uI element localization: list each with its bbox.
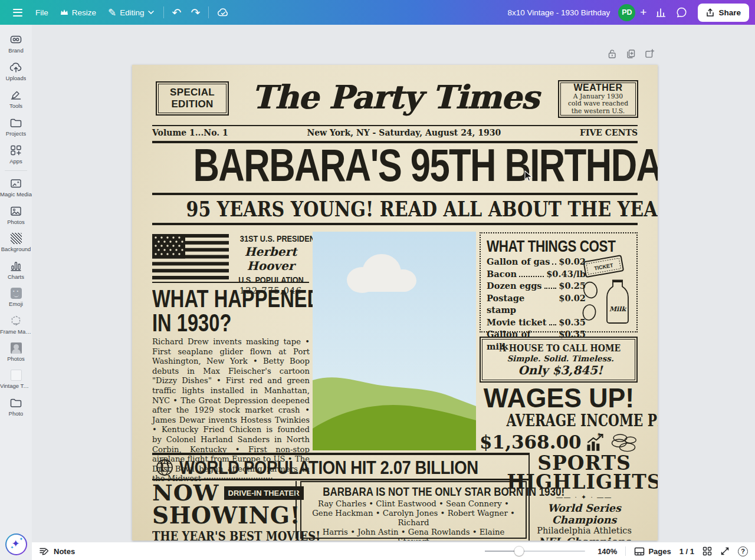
svg-text:Milk: Milk: [609, 305, 627, 313]
sidebar-item-charts[interactable]: Charts: [0, 256, 32, 284]
file-menu-button[interactable]: File: [29, 5, 54, 21]
sidebar-item-uploads[interactable]: Uploads: [0, 57, 32, 85]
weather-line: the western U.S.: [572, 108, 625, 116]
add-page-button[interactable]: [644, 48, 655, 61]
rule: [152, 282, 309, 283]
wages-title[interactable]: WAGES UP!: [480, 384, 638, 411]
fullscreen-button[interactable]: [720, 546, 730, 556]
sidebar-item-label: Charts: [8, 274, 24, 280]
sidebar-item-magic-media[interactable]: Magic Media: [0, 173, 32, 201]
editing-label: Editing: [120, 8, 144, 17]
sidebar-item-label: Apps: [9, 158, 22, 164]
redo-button[interactable]: ↷: [186, 4, 205, 21]
sidebar-item-photos-app[interactable]: Photos: [0, 338, 32, 365]
statusbar-divider: [625, 546, 626, 556]
resize-button[interactable]: Resize: [54, 5, 102, 21]
zoom-level[interactable]: 140%: [593, 547, 617, 556]
insights-button[interactable]: [651, 5, 671, 20]
pen-icon: [9, 89, 22, 101]
rule: [152, 193, 638, 195]
help-button[interactable]: ?: [738, 546, 748, 556]
sidebar-item-frame-maker[interactable]: Frame Maker: [0, 311, 32, 338]
save-status-button[interactable]: [212, 4, 234, 21]
toolbar-separator: [208, 6, 209, 18]
sidebar-item-label: Projects: [6, 130, 26, 137]
sports-highlights-block[interactable]: SPORTS HIGHLIGHTS —— · ✦ · —— World Seri…: [531, 454, 638, 541]
left-sidebar: Brand Uploads Tools Projects Apps: [0, 25, 32, 560]
what-happened-line2: IN 1930?: [152, 310, 231, 335]
undo-icon: ↶: [172, 7, 182, 18]
wages-subtitle[interactable]: AVERAGE INCOME PER YEAR: [480, 413, 638, 429]
world-population-banner[interactable]: WORLD POPULATION HIT 2.07 BILLION: [152, 456, 530, 479]
subheadline[interactable]: 95 YEARS YOUNG! READ ALL ABOUT THE YEAR …: [132, 197, 658, 221]
canva-ai-button[interactable]: ✦ ✦ ✦: [5, 533, 27, 555]
photo-thumbnail-icon: [11, 342, 22, 354]
sidebar-item-emoji[interactable]: Emoji: [0, 284, 32, 311]
sidebar-item-label: Photo: [9, 410, 24, 417]
redo-icon: ↷: [191, 7, 200, 18]
house-ad-box[interactable]: A HOUSE TO CALL HOME Simple. Solid. Time…: [480, 337, 638, 383]
design-canvas-page[interactable]: SPECIAL EDITION The Party Times WEATHER …: [132, 65, 658, 541]
comments-button[interactable]: [671, 4, 692, 21]
sidebar-item-apps[interactable]: Apps: [0, 140, 32, 168]
undo-button[interactable]: ↶: [168, 4, 186, 21]
pages-icon: [634, 547, 645, 556]
subheadline-text: 95 YEARS YOUNG! READ ALL ABOUT THE YEAR …: [186, 197, 658, 221]
page-controls: [607, 48, 655, 61]
lock-page-button[interactable]: [607, 48, 617, 61]
sidebar-item-label: Background: [1, 246, 31, 252]
us-flag-illustration[interactable]: [152, 234, 229, 279]
pages-label: Pages: [648, 547, 671, 556]
notes-label: Notes: [54, 547, 75, 556]
sidebar-item-label: Photos: [7, 219, 25, 225]
rule: [152, 125, 638, 126]
chevron-down-icon: [148, 11, 154, 14]
sidebar-item-brand[interactable]: Brand: [0, 29, 32, 57]
president-title: 31ST U.S. PRESIDENT: [240, 233, 320, 244]
sidebar-item-photos[interactable]: Photos: [0, 201, 32, 229]
duplicate-page-button[interactable]: [625, 48, 636, 61]
grid-view-button[interactable]: [703, 546, 712, 556]
what-things-cost-box[interactable]: WHAT THINGS COST $ Gallon of gas$0.02 Ba…: [480, 232, 638, 332]
cost-label: Bacon: [487, 268, 517, 281]
pages-button[interactable]: Pages: [634, 547, 671, 556]
column-divider: [296, 481, 297, 539]
showing-text[interactable]: SHOWING!: [152, 504, 300, 527]
sidebar-item-tools[interactable]: Tools: [0, 85, 32, 113]
share-upload-icon: [706, 8, 714, 17]
coins-icon: [610, 430, 638, 454]
headline[interactable]: BARBARA'S 95TH BIRTHDAY: [132, 141, 658, 189]
emoji-icon: [11, 288, 22, 299]
sidebar-item-photo-folder[interactable]: Photo: [0, 393, 32, 420]
now-showing-block[interactable]: NOW DRIVE-IN THEATER: [152, 482, 294, 503]
image-icon: [9, 205, 22, 217]
avatar[interactable]: PD: [618, 4, 635, 21]
sidebar-item-projects[interactable]: Projects: [0, 113, 32, 140]
photo-placeholder[interactable]: [313, 232, 476, 450]
zoom-slider-thumb[interactable]: [514, 546, 524, 556]
dateline[interactable]: Volume 1...No. 1 New York, NY - Saturday…: [152, 128, 638, 137]
editing-mode-button[interactable]: ✎ Editing: [102, 4, 160, 21]
design-title[interactable]: 8x10 Vintage - 1930 Birthday: [507, 8, 618, 17]
weather-box[interactable]: WEATHER A January 1930 cold wave reached…: [558, 80, 638, 118]
share-button[interactable]: Share: [698, 4, 749, 22]
wages-amount-row[interactable]: $1,368.00 $: [480, 430, 638, 454]
stars-born-box[interactable]: BARBARA IS NOT THE ONLY STAR BORN IN 193…: [300, 481, 527, 539]
now-text: NOW: [152, 482, 219, 503]
president-name: Herbert Hoover: [231, 244, 310, 275]
sidebar-item-background[interactable]: Background: [0, 229, 32, 256]
sidebar-divider: [5, 170, 27, 171]
menu-icon[interactable]: [6, 4, 29, 21]
notes-button[interactable]: Notes: [39, 546, 75, 556]
upload-cloud-icon: [9, 61, 22, 73]
ornament-divider: —— · ✦ · ——: [531, 493, 638, 501]
add-member-button[interactable]: +: [635, 5, 651, 20]
sidebar-item-label: Frame Maker: [0, 328, 32, 335]
sidebar-item-vintage-textures[interactable]: Vintage Tex…: [0, 365, 32, 393]
zoom-slider[interactable]: [485, 546, 585, 556]
volume-text: Volume 1...No. 1: [152, 128, 228, 137]
sidebar-item-label: Tools: [9, 103, 22, 109]
hexagon-frame-icon: [9, 315, 22, 327]
nfl-champions-title: NFL Champions: [531, 536, 638, 541]
stars-names-line: Gene Hackman • Carolyn Jones • Robert Wa…: [307, 509, 520, 528]
